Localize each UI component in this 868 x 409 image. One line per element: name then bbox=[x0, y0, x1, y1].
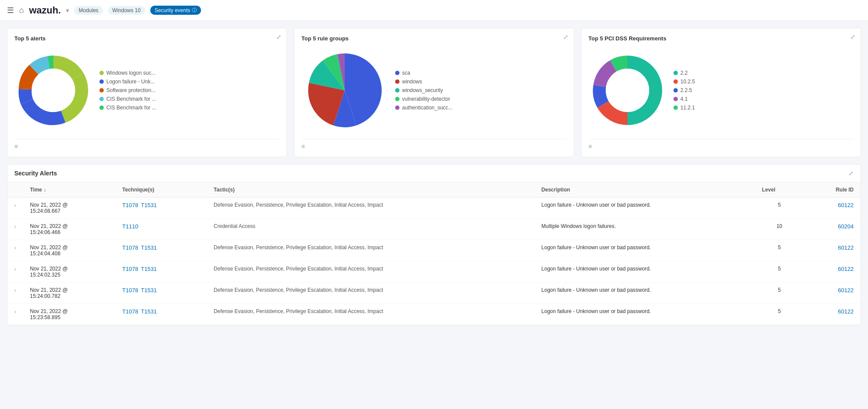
row-expand-btn[interactable]: › bbox=[7, 304, 23, 325]
legend-dot bbox=[99, 97, 104, 101]
legend-dot bbox=[99, 88, 104, 92]
top5-pci-dss-card: Top 5 PCI DSS Requirements ⤢ bbox=[581, 28, 861, 157]
home-icon[interactable]: ⌂ bbox=[19, 6, 24, 15]
expand-icon[interactable]: ⤢ bbox=[276, 33, 281, 40]
row-time: Nov 21, 2022 @15:24:08.667 bbox=[23, 198, 116, 219]
table-row: ›Nov 21, 2022 @15:24:00.782T1078T1531Def… bbox=[7, 283, 861, 304]
alerts-header: Security Alerts ⤢ bbox=[7, 165, 861, 182]
row-description: Logon failure - Unknown user or bad pass… bbox=[535, 261, 755, 283]
rule-id-link[interactable]: 60122 bbox=[838, 308, 854, 315]
legend-item: CIS Benchmark for ... bbox=[99, 105, 280, 111]
row-time: Nov 21, 2022 @15:24:02.325 bbox=[23, 261, 116, 283]
technique-link[interactable]: T1531 bbox=[141, 202, 157, 208]
technique-link[interactable]: T1531 bbox=[141, 308, 157, 315]
chart-footer: ≡ bbox=[588, 139, 854, 150]
row-level: 10 bbox=[755, 219, 804, 240]
legend-dot bbox=[673, 88, 678, 92]
technique-link[interactable]: T1078 bbox=[122, 266, 139, 272]
legend-label: 2.2.5 bbox=[680, 87, 692, 93]
row-tactics: Defense Evasion, Persistence, Privilege … bbox=[207, 240, 535, 261]
legend-label: Software protection... bbox=[106, 87, 155, 93]
technique-link[interactable]: T1078 bbox=[122, 287, 139, 294]
col-techniques: Technique(s) bbox=[116, 182, 207, 198]
top5-pci-dss-content: 2.2 10.2.5 2.2.5 4.1 11.2.1 bbox=[588, 47, 854, 134]
alerts-section-title: Security Alerts bbox=[14, 170, 57, 177]
col-time[interactable]: Time ↓ bbox=[23, 182, 116, 198]
row-description: Logon failure - Unknown user or bad pass… bbox=[535, 240, 755, 261]
legend-item: Software protection... bbox=[99, 87, 280, 93]
rule-id-link[interactable]: 60204 bbox=[838, 223, 854, 230]
rule-id-link[interactable]: 60122 bbox=[838, 266, 854, 272]
app-logo: wazuh. bbox=[29, 5, 61, 16]
expand-icon[interactable]: ⤢ bbox=[563, 33, 568, 40]
row-expand-btn[interactable]: › bbox=[7, 240, 23, 261]
row-time: Nov 21, 2022 @15:24:06.466 bbox=[23, 219, 116, 240]
breadcrumb-modules[interactable]: Modules bbox=[74, 6, 102, 15]
legend-dot bbox=[395, 79, 399, 84]
row-rule-id[interactable]: 60122 bbox=[804, 283, 861, 304]
technique-link[interactable]: T1078 bbox=[122, 244, 139, 251]
legend-item: authentication_succ... bbox=[395, 105, 567, 111]
legend-dot bbox=[395, 106, 399, 110]
legend-label: windows_security bbox=[402, 87, 443, 93]
legend-label: 11.2.1 bbox=[680, 105, 695, 111]
legend-label: windows bbox=[402, 79, 422, 85]
legend-item: Windows logon suc... bbox=[99, 70, 280, 76]
row-expand-btn[interactable]: › bbox=[7, 219, 23, 240]
technique-link[interactable]: T1110 bbox=[122, 223, 139, 230]
row-rule-id[interactable]: 60122 bbox=[804, 198, 861, 219]
rule-id-link[interactable]: 60122 bbox=[838, 202, 854, 208]
expand-icon[interactable]: ⤢ bbox=[848, 170, 854, 177]
top5-alerts-donut bbox=[14, 51, 92, 129]
legend-dot bbox=[673, 106, 678, 110]
legend-item: 4.1 bbox=[673, 96, 854, 102]
legend-item: windows bbox=[395, 79, 567, 85]
row-techniques: T1078T1531 bbox=[116, 198, 207, 219]
col-level: Level bbox=[755, 182, 804, 198]
rule-id-link[interactable]: 60122 bbox=[838, 287, 854, 294]
row-rule-id[interactable]: 60122 bbox=[804, 261, 861, 283]
breadcrumb-security-events[interactable]: Security events ⓘ bbox=[150, 6, 201, 15]
legend-dot bbox=[673, 79, 678, 84]
row-expand-btn[interactable]: › bbox=[7, 283, 23, 304]
legend-item: sca bbox=[395, 70, 567, 76]
row-description: Logon failure - Unknown user or bad pass… bbox=[535, 283, 755, 304]
chart-footer: ≡ bbox=[301, 139, 567, 150]
top5-rule-groups-card: Top 5 rule groups ⤢ bbox=[294, 28, 574, 157]
alerts-table-header: Time ↓ Technique(s) Tactic(s) Descriptio… bbox=[7, 182, 861, 198]
legend-dot bbox=[673, 71, 678, 75]
row-description: Logon failure - Unknown user or bad pass… bbox=[535, 198, 755, 219]
row-tactics: Credential Access bbox=[207, 219, 535, 240]
row-time: Nov 21, 2022 @15:24:00.782 bbox=[23, 283, 116, 304]
row-time: Nov 21, 2022 @15:23:58.895 bbox=[23, 304, 116, 325]
top5-alerts-legend: Windows logon suc... Logon failure - Unk… bbox=[99, 70, 280, 111]
breadcrumb-windows10[interactable]: Windows 10 bbox=[108, 6, 145, 15]
top5-pci-dss-legend: 2.2 10.2.5 2.2.5 4.1 11.2.1 bbox=[673, 70, 854, 111]
chevron-down-icon[interactable]: ▾ bbox=[66, 7, 69, 14]
technique-link[interactable]: T1078 bbox=[122, 202, 139, 208]
row-expand-btn[interactable]: › bbox=[7, 261, 23, 283]
top5-rule-groups-content: sca windows windows_security vulnerabili… bbox=[301, 47, 567, 134]
hamburger-icon[interactable]: ☰ bbox=[7, 6, 14, 15]
row-techniques: T1078T1531 bbox=[116, 304, 207, 325]
table-row: ›Nov 21, 2022 @15:24:02.325T1078T1531Def… bbox=[7, 261, 861, 283]
technique-link[interactable]: T1531 bbox=[141, 287, 157, 294]
top5-rule-groups-chart bbox=[301, 47, 388, 134]
legend-label: CIS Benchmark for ... bbox=[106, 105, 156, 111]
alerts-table-body: ›Nov 21, 2022 @15:24:08.667T1078T1531Def… bbox=[7, 198, 861, 325]
technique-link[interactable]: T1078 bbox=[122, 308, 139, 315]
rule-id-link[interactable]: 60122 bbox=[838, 244, 854, 251]
row-rule-id[interactable]: 60122 bbox=[804, 304, 861, 325]
legend-dot bbox=[395, 97, 399, 101]
legend-dot bbox=[99, 71, 104, 75]
row-rule-id[interactable]: 60204 bbox=[804, 219, 861, 240]
expand-icon[interactable]: ⤢ bbox=[850, 33, 855, 40]
technique-link[interactable]: T1531 bbox=[141, 244, 157, 251]
row-expand-btn[interactable]: › bbox=[7, 198, 23, 219]
technique-link[interactable]: T1531 bbox=[141, 266, 157, 272]
row-level: 5 bbox=[755, 240, 804, 261]
info-icon: ⓘ bbox=[192, 7, 197, 13]
legend-item: windows_security bbox=[395, 87, 567, 93]
col-ruleid: Rule ID bbox=[804, 182, 861, 198]
row-rule-id[interactable]: 60122 bbox=[804, 240, 861, 261]
